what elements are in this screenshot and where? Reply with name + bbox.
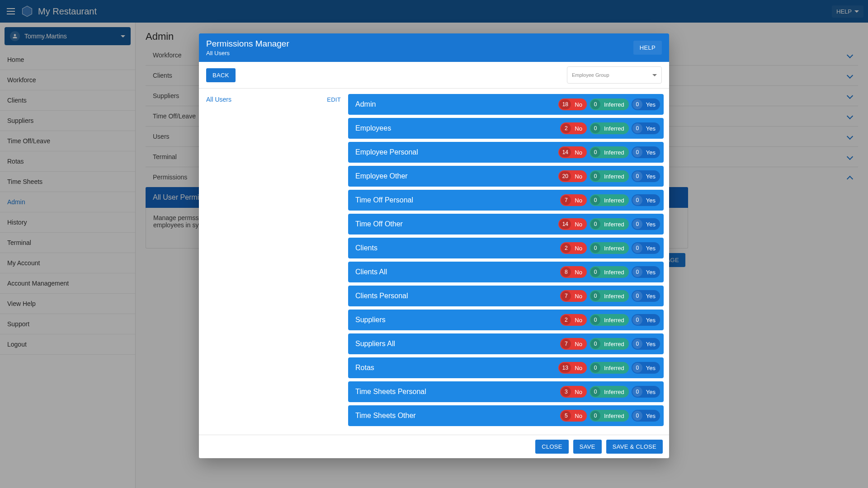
badge-no: 5No	[560, 410, 587, 422]
badge-inferred-count: 0	[590, 195, 600, 205]
modal-scrim[interactable]: Permissions Manager All Users HELP BACK …	[0, 0, 868, 488]
badge-no-label: No	[572, 413, 587, 419]
badge-inferred: 0Inferred	[590, 170, 629, 182]
permission-row-clients-personal[interactable]: Clients Personal7No0Inferred0Yes	[348, 286, 664, 306]
badge-inferred-label: Inferred	[601, 245, 629, 252]
badge-no-count: 2	[561, 243, 571, 253]
chevron-down-icon	[652, 74, 657, 76]
permission-label: Time Off Personal	[355, 196, 560, 204]
close-button[interactable]: CLOSE	[535, 440, 569, 454]
badge-yes-label: Yes	[643, 269, 660, 276]
badge-yes-label: Yes	[643, 413, 660, 419]
badge-no-count: 2	[561, 123, 571, 133]
permission-label: Time Sheets Other	[355, 412, 560, 420]
badge-inferred-label: Inferred	[601, 341, 629, 347]
badge-inferred: 0Inferred	[590, 362, 629, 374]
badge-inferred-count: 0	[590, 315, 600, 325]
badge-inferred-count: 0	[590, 267, 600, 277]
badge-no: 2No	[560, 122, 587, 134]
back-button[interactable]: BACK	[206, 68, 236, 82]
badge-inferred-label: Inferred	[601, 365, 629, 371]
badge-yes-label: Yes	[643, 245, 660, 252]
badge-inferred: 0Inferred	[590, 194, 629, 206]
badge-yes-label: Yes	[643, 197, 660, 204]
permission-row-time-off-other[interactable]: Time Off Other14No0Inferred0Yes	[348, 214, 664, 235]
badge-inferred-count: 0	[590, 219, 600, 229]
permission-row-time-off-personal[interactable]: Time Off Personal7No0Inferred0Yes	[348, 190, 664, 211]
permission-row-employee-personal[interactable]: Employee Personal14No0Inferred0Yes	[348, 142, 664, 163]
badge-no: 14No	[558, 218, 587, 230]
badge-yes: 0Yes	[632, 362, 660, 374]
badge-no: 8No	[560, 266, 587, 278]
badge-no: 14No	[558, 146, 587, 158]
badge-yes-count: 0	[632, 411, 642, 421]
badge-yes: 0Yes	[632, 314, 660, 326]
scope-name[interactable]: All Users	[206, 96, 231, 103]
permission-label: Employee Personal	[355, 148, 558, 156]
badge-yes-count: 0	[632, 339, 642, 349]
badge-inferred-count: 0	[590, 99, 600, 109]
badge-inferred-count: 0	[590, 363, 600, 373]
badge-no-label: No	[572, 293, 587, 300]
badge-yes: 0Yes	[632, 194, 660, 206]
badge-no-label: No	[572, 149, 587, 156]
badge-no-label: No	[572, 197, 587, 204]
permission-row-suppliers[interactable]: Suppliers2No0Inferred0Yes	[348, 310, 664, 330]
badge-inferred: 0Inferred	[590, 314, 629, 326]
badge-no-count: 5	[561, 411, 571, 421]
badge-no: 7No	[560, 194, 587, 206]
badge-no-label: No	[572, 317, 587, 324]
badge-no-count: 7	[561, 291, 571, 301]
badge-no: 3No	[560, 386, 587, 398]
permission-row-time-sheets-personal[interactable]: Time Sheets Personal3No0Inferred0Yes	[348, 381, 664, 402]
permission-row-time-sheets-other[interactable]: Time Sheets Other5No0Inferred0Yes	[348, 405, 664, 426]
badge-inferred-label: Inferred	[601, 389, 629, 395]
permission-label: Suppliers	[355, 316, 560, 324]
badge-inferred-label: Inferred	[601, 101, 629, 108]
permission-row-employees[interactable]: Employees2No0Inferred0Yes	[348, 118, 664, 139]
edit-button[interactable]: EDIT	[327, 96, 341, 103]
permissions-dialog: Permissions Manager All Users HELP BACK …	[199, 33, 669, 458]
badge-yes-label: Yes	[643, 149, 660, 156]
badge-inferred-count: 0	[590, 339, 600, 349]
badge-yes-count: 0	[632, 315, 642, 325]
badge-no: 7No	[560, 338, 587, 350]
badge-inferred: 0Inferred	[590, 242, 629, 254]
permission-row-clients[interactable]: Clients2No0Inferred0Yes	[348, 238, 664, 258]
badge-inferred-label: Inferred	[601, 173, 629, 180]
badge-yes: 0Yes	[632, 290, 660, 302]
save-button[interactable]: SAVE	[573, 440, 602, 454]
permission-label: Admin	[355, 100, 558, 108]
badge-yes-count: 0	[632, 123, 642, 133]
badge-yes-label: Yes	[643, 125, 660, 132]
badge-no-label: No	[572, 269, 587, 276]
permission-label: Clients	[355, 244, 560, 252]
badge-yes-count: 0	[632, 99, 642, 109]
save-close-button[interactable]: SAVE & CLOSE	[606, 440, 663, 454]
badge-inferred-label: Inferred	[601, 221, 629, 228]
permission-row-employee-other[interactable]: Employee Other20No0Inferred0Yes	[348, 166, 664, 187]
badge-inferred: 0Inferred	[590, 290, 629, 302]
employee-group-label: Employee Group	[572, 72, 652, 78]
employee-group-select[interactable]: Employee Group	[567, 66, 662, 84]
badge-inferred-count: 0	[590, 411, 600, 421]
badge-no-label: No	[572, 125, 587, 132]
permission-row-suppliers-all[interactable]: Suppliers All7No0Inferred0Yes	[348, 333, 664, 354]
permission-row-clients-all[interactable]: Clients All8No0Inferred0Yes	[348, 262, 664, 282]
badge-yes: 0Yes	[632, 242, 660, 254]
badge-inferred-label: Inferred	[601, 149, 629, 156]
badge-inferred-count: 0	[590, 123, 600, 133]
dialog-left-panel: All Users EDIT	[199, 89, 348, 435]
badge-yes-count: 0	[632, 363, 642, 373]
badge-inferred: 0Inferred	[590, 99, 629, 110]
badge-no-label: No	[572, 221, 587, 228]
permission-row-rotas[interactable]: Rotas13No0Inferred0Yes	[348, 357, 664, 378]
badge-no-count: 14	[559, 147, 571, 157]
permission-row-admin[interactable]: Admin18No0Inferred0Yes	[348, 94, 664, 115]
badge-yes: 0Yes	[632, 146, 660, 158]
badge-no-count: 8	[561, 267, 571, 277]
dialog-header: Permissions Manager All Users HELP	[199, 33, 669, 62]
dialog-help-button[interactable]: HELP	[633, 41, 662, 55]
badge-yes-count: 0	[632, 267, 642, 277]
badge-yes-count: 0	[632, 387, 642, 397]
